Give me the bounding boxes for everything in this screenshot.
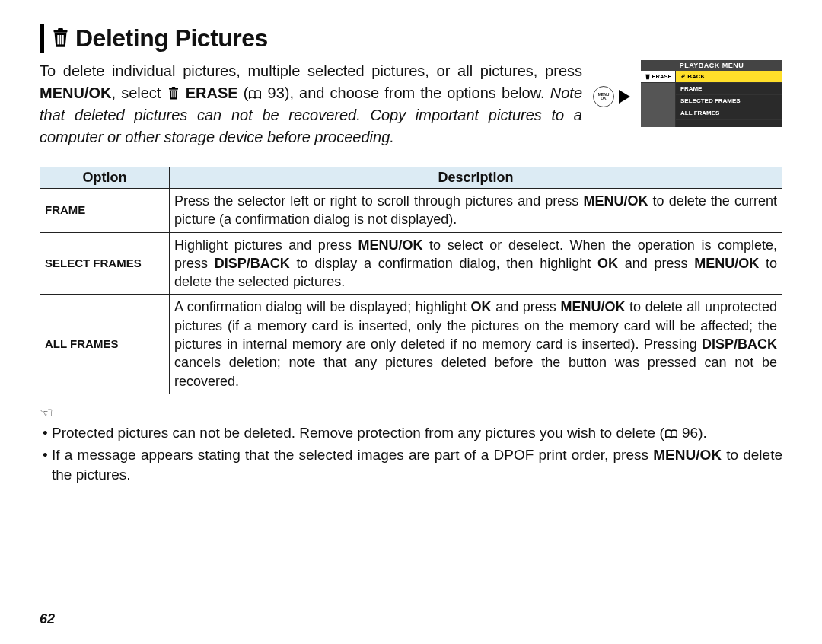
book-icon — [664, 425, 678, 441]
camera-menu-title: PLAYBACK MENU — [641, 60, 782, 71]
trash-icon-inline — [167, 84, 180, 101]
option-description: Press the selector left or right to scro… — [170, 189, 782, 233]
svg-rect-8 — [173, 91, 174, 97]
note-item: Protected pictures can not be deleted. R… — [43, 423, 782, 444]
option-label: ALL FRAMES — [40, 295, 170, 394]
trash-icon — [50, 28, 71, 49]
col-header-option: Option — [40, 167, 170, 189]
option-label: FRAME — [40, 189, 170, 233]
intro-text: 93), and choose from the options below. — [262, 84, 550, 101]
svg-rect-11 — [645, 74, 649, 75]
menuok-text: MENU/OK — [40, 84, 111, 101]
option-description: A confirmation dialog will be displayed;… — [170, 295, 782, 394]
col-header-description: Description — [170, 167, 782, 189]
erase-text: ERASE — [180, 84, 238, 101]
camera-menu-item: FRAME — [676, 83, 782, 95]
intro-paragraph: To delete individual pictures, multiple … — [40, 60, 582, 148]
page-title: Deleting Pictures — [75, 24, 268, 53]
table-row: ALL FRAMES A confirmation dialog will be… — [40, 295, 782, 394]
camera-menu-item: BACK — [676, 71, 782, 83]
options-table: Option Description FRAME Press the selec… — [40, 167, 782, 394]
table-row: SELECT FRAMES Highlight pictures and pre… — [40, 232, 782, 295]
camera-menu-tab: ERASE — [641, 71, 675, 83]
camera-menu-screenshot: PLAYBACK MENU ERASE BACK FRAME SELECTED … — [641, 60, 782, 127]
title-bar: Deleting Pictures — [40, 24, 782, 53]
svg-rect-9 — [174, 91, 175, 97]
menuok-button-icon: MENU OK — [593, 86, 614, 107]
book-icon — [248, 84, 262, 101]
intro-text: To delete individual pictures, multiple … — [40, 62, 582, 79]
notes-section: ☜ Protected pictures can not be deleted.… — [40, 403, 782, 486]
option-description: Highlight pictures and press MENU/OK to … — [170, 232, 782, 295]
svg-rect-3 — [60, 35, 62, 44]
arrow-right-icon — [619, 90, 630, 104]
svg-rect-2 — [57, 35, 59, 44]
pointing-hand-icon: ☜ — [40, 403, 782, 422]
camera-menu-item: SELECTED FRAMES — [676, 95, 782, 107]
intro-text: ( — [238, 84, 249, 101]
svg-rect-6 — [171, 87, 175, 88]
camera-menu-item: ALL FRAMES — [676, 107, 782, 120]
intro-text: , select — [111, 84, 166, 101]
svg-rect-4 — [62, 35, 64, 44]
page-number: 62 — [40, 611, 55, 627]
svg-rect-1 — [58, 28, 63, 30]
option-label: SELECT FRAMES — [40, 232, 170, 295]
menu-ok-illustration: MENU OK — [593, 60, 630, 107]
table-row: FRAME Press the selector left or right t… — [40, 189, 782, 233]
svg-rect-7 — [171, 91, 172, 97]
note-item: If a message appears stating that the se… — [43, 445, 782, 486]
